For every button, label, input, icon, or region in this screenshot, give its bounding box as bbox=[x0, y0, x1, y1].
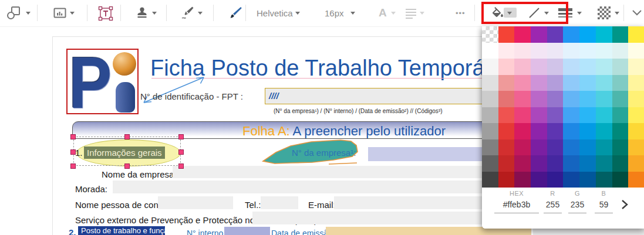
color-swatch[interactable] bbox=[482, 155, 498, 172]
color-swatch[interactable] bbox=[612, 26, 629, 43]
color-swatch[interactable] bbox=[612, 107, 629, 124]
color-swatch[interactable] bbox=[482, 75, 498, 91]
red-input-group[interactable]: R 255 bbox=[544, 190, 562, 213]
color-swatch[interactable] bbox=[514, 75, 531, 91]
color-swatch[interactable] bbox=[579, 155, 596, 172]
color-swatch[interactable] bbox=[531, 155, 547, 172]
color-swatch[interactable] bbox=[531, 91, 547, 107]
color-swatch[interactable] bbox=[596, 75, 612, 91]
color-swatch[interactable] bbox=[579, 172, 596, 188]
selection-handle-top-left[interactable] bbox=[70, 134, 76, 139]
color-swatch[interactable] bbox=[628, 139, 644, 156]
selection-handle-bottom-mid[interactable] bbox=[124, 164, 130, 169]
selection-handle-mid-right[interactable] bbox=[178, 149, 184, 155]
red-input[interactable]: 255 bbox=[544, 200, 562, 213]
color-swatch[interactable] bbox=[531, 43, 547, 59]
selection-handle-top-mid[interactable] bbox=[124, 134, 130, 139]
color-swatch[interactable] bbox=[628, 91, 644, 107]
blue-input-group[interactable]: B 59 bbox=[595, 190, 613, 213]
color-swatch[interactable] bbox=[596, 26, 612, 43]
color-swatch[interactable] bbox=[563, 139, 579, 156]
color-swatch[interactable] bbox=[482, 43, 498, 59]
color-swatch[interactable] bbox=[628, 43, 644, 59]
color-swatch[interactable] bbox=[531, 123, 547, 139]
color-swatch[interactable] bbox=[531, 75, 547, 91]
color-swatch[interactable] bbox=[628, 155, 644, 172]
color-swatch[interactable] bbox=[596, 59, 612, 75]
color-swatch[interactable] bbox=[579, 75, 596, 91]
color-swatch[interactable] bbox=[628, 123, 644, 139]
selection-handle-top-right[interactable] bbox=[178, 134, 184, 139]
color-swatch[interactable] bbox=[579, 107, 596, 124]
green-input[interactable]: 235 bbox=[568, 200, 586, 213]
color-swatch[interactable] bbox=[531, 107, 547, 124]
color-swatch[interactable] bbox=[596, 107, 612, 124]
color-swatch[interactable] bbox=[579, 43, 596, 59]
color-swatch[interactable] bbox=[514, 123, 531, 139]
color-swatch[interactable] bbox=[628, 59, 644, 75]
color-swatch[interactable] bbox=[628, 75, 644, 91]
color-swatch[interactable] bbox=[482, 172, 498, 188]
color-swatch[interactable] bbox=[498, 155, 515, 172]
color-swatch[interactable] bbox=[579, 59, 596, 75]
color-swatch[interactable] bbox=[579, 91, 596, 107]
green-input-group[interactable]: G 235 bbox=[568, 190, 586, 213]
selection-handle-bottom-right[interactable] bbox=[178, 164, 184, 169]
color-swatch[interactable] bbox=[498, 123, 515, 139]
color-swatch[interactable] bbox=[612, 75, 629, 91]
color-swatch[interactable] bbox=[514, 107, 531, 124]
color-swatch[interactable] bbox=[482, 26, 498, 43]
color-swatch[interactable] bbox=[547, 59, 564, 75]
color-swatch[interactable] bbox=[482, 139, 498, 156]
color-swatch[interactable] bbox=[612, 155, 629, 172]
color-swatch[interactable] bbox=[596, 172, 612, 188]
color-swatch[interactable] bbox=[514, 43, 531, 59]
contact-input[interactable] bbox=[158, 196, 233, 209]
internal-number-input[interactable] bbox=[224, 227, 270, 235]
hex-input[interactable]: #ffeb3b bbox=[494, 200, 539, 213]
color-swatch[interactable] bbox=[482, 123, 498, 139]
selection-handle-mid-left[interactable] bbox=[70, 149, 76, 155]
color-swatch[interactable] bbox=[628, 107, 644, 124]
color-swatch[interactable] bbox=[612, 59, 629, 75]
blue-input[interactable]: 59 bbox=[595, 200, 613, 213]
color-swatch[interactable] bbox=[596, 139, 612, 156]
color-swatch[interactable] bbox=[547, 75, 564, 91]
color-swatch[interactable] bbox=[498, 172, 515, 188]
hex-input-group[interactable]: HEX #ffeb3b bbox=[494, 190, 539, 213]
color-swatch[interactable] bbox=[514, 139, 531, 156]
color-swatch[interactable] bbox=[498, 43, 515, 59]
color-swatch[interactable] bbox=[547, 26, 564, 43]
color-swatch[interactable] bbox=[514, 172, 531, 188]
color-swatch[interactable] bbox=[498, 139, 515, 156]
color-swatch[interactable] bbox=[596, 91, 612, 107]
color-swatch[interactable] bbox=[563, 155, 579, 172]
color-swatch[interactable] bbox=[531, 172, 547, 188]
color-swatch[interactable] bbox=[579, 123, 596, 139]
color-swatch[interactable] bbox=[482, 107, 498, 124]
color-swatch[interactable] bbox=[547, 155, 564, 172]
color-swatch[interactable] bbox=[563, 91, 579, 107]
color-swatch[interactable] bbox=[482, 91, 498, 107]
color-swatch[interactable] bbox=[498, 59, 515, 75]
color-swatch[interactable] bbox=[563, 172, 579, 188]
color-swatch[interactable] bbox=[531, 26, 547, 43]
color-swatch[interactable] bbox=[547, 139, 564, 156]
color-swatch[interactable] bbox=[531, 139, 547, 156]
color-swatch[interactable] bbox=[547, 123, 564, 139]
color-swatch[interactable] bbox=[547, 91, 564, 107]
color-swatch[interactable] bbox=[563, 43, 579, 59]
color-swatch[interactable] bbox=[579, 139, 596, 156]
color-swatch[interactable] bbox=[628, 172, 644, 188]
color-swatch[interactable] bbox=[547, 107, 564, 124]
color-swatch[interactable] bbox=[514, 26, 531, 43]
double-arrow-annotation[interactable] bbox=[135, 70, 211, 111]
color-swatch[interactable] bbox=[563, 123, 579, 139]
color-swatch[interactable] bbox=[612, 43, 629, 59]
color-swatch[interactable] bbox=[547, 172, 564, 188]
color-swatch[interactable] bbox=[612, 172, 629, 188]
color-swatch[interactable] bbox=[514, 59, 531, 75]
color-swatch[interactable] bbox=[514, 91, 531, 107]
color-swatch[interactable] bbox=[596, 155, 612, 172]
color-swatch[interactable] bbox=[612, 123, 629, 139]
